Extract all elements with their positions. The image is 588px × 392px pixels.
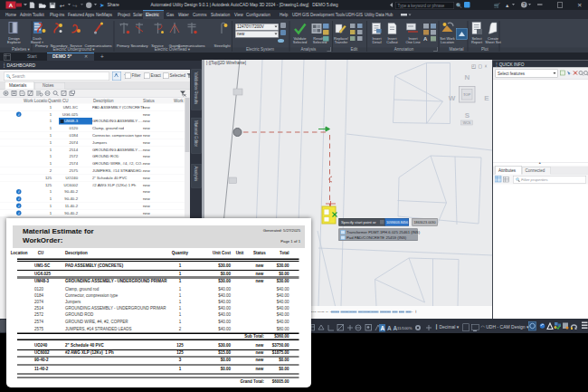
- svg-text:E: E: [484, 94, 489, 102]
- svg-text:◰: ◰: [471, 63, 476, 69]
- svg-text:N: N: [465, 73, 470, 81]
- svg-text:◻: ◻: [479, 63, 483, 69]
- svg-text:A: A: [387, 325, 392, 331]
- svg-text:WCS: WCS: [463, 121, 471, 125]
- svg-text:W: W: [449, 94, 456, 102]
- svg-text:11/100%: 11/100%: [397, 326, 413, 330]
- svg-text:TOP: TOP: [463, 92, 470, 97]
- svg-text:S: S: [465, 111, 470, 120]
- svg-text:☓: ☓: [485, 63, 488, 69]
- svg-text:A: A: [381, 325, 385, 331]
